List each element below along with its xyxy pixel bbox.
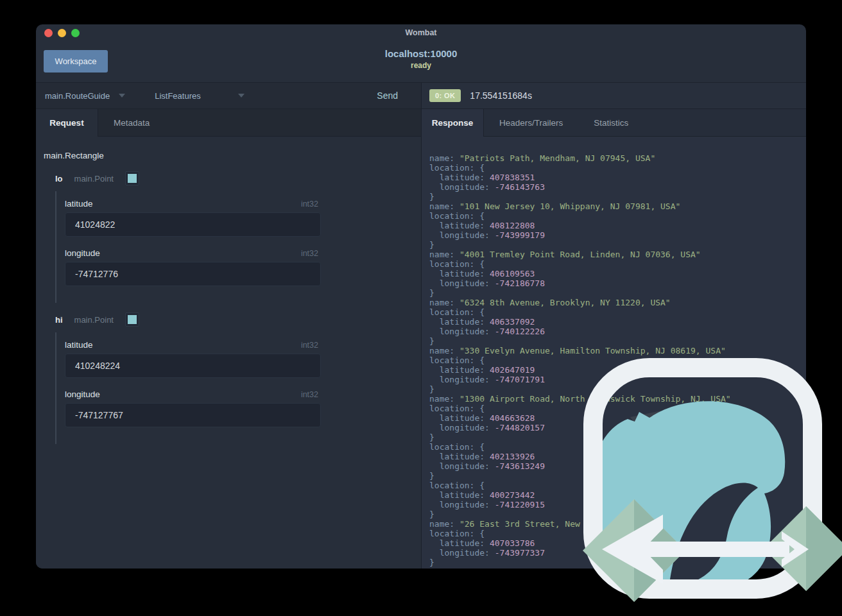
service-select-value: main.RouteGuide xyxy=(45,91,110,101)
response-line: location: { xyxy=(429,307,806,317)
response-line: location: { xyxy=(429,163,806,173)
response-line: latitude: 408122808 xyxy=(429,221,806,230)
response-line: latitude: 406337092 xyxy=(429,317,806,327)
response-line: name: "1300 Airport Road, North Brunswic… xyxy=(429,394,806,404)
tab-response[interactable]: Response xyxy=(422,109,484,137)
response-line: latitude: 402133926 xyxy=(429,452,806,461)
request-action-bar: main.RouteGuide ListFeatures Send xyxy=(36,83,421,109)
response-line: location: { xyxy=(429,442,806,452)
group-name: lo xyxy=(55,174,63,184)
response-body[interactable]: name: "Patriots Path, Mendham, NJ 07945,… xyxy=(422,137,806,569)
send-button[interactable]: Send xyxy=(377,90,398,101)
method-select-value: ListFeatures xyxy=(155,91,201,101)
response-line: location: { xyxy=(429,529,806,538)
response-line: latitude: 400273442 xyxy=(429,490,806,500)
tab-request[interactable]: Request xyxy=(36,109,98,137)
tab-statistics[interactable]: Statistics xyxy=(578,109,644,136)
chevron-down-icon xyxy=(238,94,245,98)
response-panel: 0: OK 17.554151684s Response Headers/Tra… xyxy=(422,83,806,569)
response-line: } xyxy=(429,240,806,250)
latitude-input-lo[interactable] xyxy=(65,212,321,237)
response-tabbar: Response Headers/Trailers Statistics xyxy=(422,109,806,137)
response-line: latitude: 407033786 xyxy=(429,538,806,548)
response-line: longitude: -741220915 xyxy=(429,500,806,509)
connection-target: localhost:10000 xyxy=(36,48,806,59)
group-type: main.Point xyxy=(74,315,114,325)
message-type-label: main.Rectangle xyxy=(44,151,421,160)
response-line: location: { xyxy=(429,404,806,413)
tab-headers-trailers[interactable]: Headers/Trailers xyxy=(484,109,578,136)
desktop: Wombat Workspace localhost:10000 ready m… xyxy=(0,0,842,616)
longitude-input-lo[interactable] xyxy=(65,262,321,286)
response-line: name: "Patriots Path, Mendham, NJ 07945,… xyxy=(429,153,806,163)
response-line: } xyxy=(429,288,806,298)
request-tabbar: Request Metadata xyxy=(36,109,421,137)
response-line: longitude: -740122226 xyxy=(429,327,806,336)
field-type: int32 xyxy=(301,341,321,350)
status-badge: 0: OK xyxy=(429,89,461,102)
response-line: longitude: -743977337 xyxy=(429,548,806,558)
response-line: name: "101 New Jersey 10, Whippany, NJ 0… xyxy=(429,201,806,211)
response-action-bar: 0: OK 17.554151684s xyxy=(422,83,806,109)
field-group-lo: lo main.Point latitude int32 xyxy=(55,171,421,303)
service-select[interactable]: main.RouteGuide xyxy=(45,91,125,101)
group-checkbox[interactable] xyxy=(125,312,139,327)
response-line: name: "6324 8th Avenue, Brooklyn, NY 112… xyxy=(429,298,806,307)
group-type: main.Point xyxy=(74,174,114,184)
response-line: location: { xyxy=(429,355,806,365)
response-line: name: "4001 Tremley Point Road, Linden, … xyxy=(429,250,806,259)
field-type: int32 xyxy=(301,200,321,209)
response-line: latitude: 404663628 xyxy=(429,413,806,423)
response-line: latitude: 402647019 xyxy=(429,365,806,375)
method-select[interactable]: ListFeatures xyxy=(155,91,245,101)
response-line: longitude: -742186778 xyxy=(429,278,806,288)
chevron-down-icon xyxy=(119,94,125,98)
field-type: int32 xyxy=(301,390,321,399)
duration-text: 17.554151684s xyxy=(470,90,532,101)
field-label: longitude xyxy=(65,389,100,399)
response-line: name: "330 Evelyn Avenue, Hamilton Towns… xyxy=(429,346,806,355)
response-line: longitude: -747071791 xyxy=(429,375,806,384)
response-line: longitude: -743999179 xyxy=(429,230,806,240)
response-line: } xyxy=(429,336,806,346)
window-title: Wombat xyxy=(36,28,806,37)
response-line: location: { xyxy=(429,259,806,269)
group-checkbox[interactable] xyxy=(125,171,139,185)
request-panel: main.RouteGuide ListFeatures Send Reques… xyxy=(36,83,421,569)
response-line: longitude: -743613249 xyxy=(429,461,806,471)
response-line: longitude: -746143763 xyxy=(429,182,806,192)
response-line: longitude: -744820157 xyxy=(429,423,806,432)
response-line: } xyxy=(429,384,806,394)
response-line: } xyxy=(429,509,806,519)
request-form: main.Rectangle lo main.Point latitude xyxy=(36,137,421,569)
response-line: location: { xyxy=(429,481,806,490)
field-group-hi: hi main.Point latitude int32 xyxy=(55,312,421,444)
field-type: int32 xyxy=(301,249,321,258)
response-line: location: { xyxy=(429,211,806,221)
latitude-input-hi[interactable] xyxy=(65,354,321,378)
field-label: longitude xyxy=(65,248,100,258)
titlebar: Wombat xyxy=(36,24,806,42)
response-line: latitude: 407838351 xyxy=(429,173,806,182)
field-label: latitude xyxy=(65,340,93,350)
wombat-window: Wombat Workspace localhost:10000 ready m… xyxy=(36,24,806,569)
longitude-input-hi[interactable] xyxy=(65,403,321,427)
connection-status: ready xyxy=(36,61,806,70)
response-line: } xyxy=(429,471,806,481)
response-line: } xyxy=(429,558,806,567)
response-line: latitude: 406109563 xyxy=(429,269,806,278)
response-line: } xyxy=(429,192,806,201)
tab-metadata[interactable]: Metadata xyxy=(98,109,165,136)
response-line: name: "26 East 3rd Street, New Providenc… xyxy=(429,519,806,529)
group-name: hi xyxy=(55,315,63,325)
connection-header: Workspace localhost:10000 ready xyxy=(36,42,806,83)
field-label: latitude xyxy=(65,199,93,209)
response-line: } xyxy=(429,432,806,442)
